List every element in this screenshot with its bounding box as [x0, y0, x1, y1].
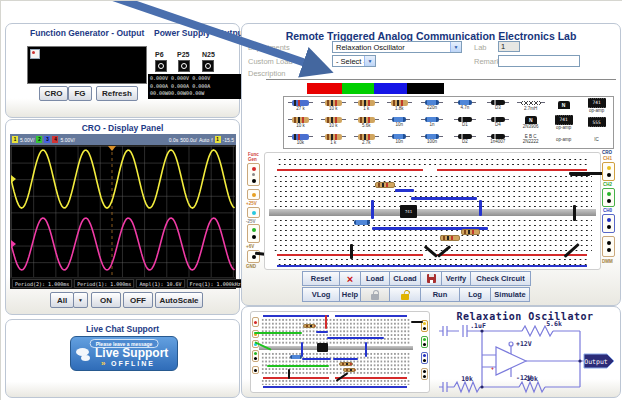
ps-readout: 0.000V 0.000V 0.000V 0.000A 0.000A 0.000… — [148, 74, 242, 99]
palette-ic-741[interactable]: 741op-amp — [547, 114, 580, 131]
wire-color-blue[interactable] — [374, 83, 407, 94]
unlock-button[interactable] — [389, 287, 421, 302]
custom-load-dropdown[interactable]: - Select - — [332, 55, 376, 67]
p6-pins[interactable] — [247, 224, 260, 243]
palette-ic-555[interactable]: 555 — [580, 114, 613, 131]
wire-color-red[interactable] — [307, 83, 342, 94]
autoscale-button[interactable]: AutoScale — [155, 292, 203, 308]
palette-capacitor[interactable]: 4.7n — [449, 97, 482, 114]
palette-resistor[interactable]: 2.7k — [350, 131, 383, 148]
r2-value: 10k — [526, 375, 538, 383]
breadboard-resistor[interactable] — [440, 235, 460, 241]
cload-button[interactable]: CLoad — [389, 271, 421, 286]
palette-resistor[interactable]: 10 k — [317, 97, 350, 114]
palette-transistor[interactable]: N — [547, 97, 580, 114]
ps-watts: 00.00W00.00W00.00W — [150, 90, 240, 98]
remark-field[interactable] — [498, 55, 580, 67]
n25-pin[interactable] — [247, 207, 260, 218]
palette-capacitor[interactable]: 220n — [416, 97, 449, 114]
palette-resistor[interactable]: 1 k — [317, 131, 350, 148]
experiment-dropdown[interactable]: Relaxation Oscillator — [332, 41, 462, 53]
palette-resistor[interactable]: 10k — [284, 131, 317, 148]
log-button[interactable]: Log — [459, 287, 491, 302]
palette-diode[interactable]: D1 — [449, 114, 482, 131]
palette-resistor[interactable]: 1 k — [350, 97, 383, 114]
wire-color-green[interactable] — [342, 83, 374, 94]
breadboard-wire-blue[interactable] — [411, 197, 477, 200]
dmm-label: DMM — [602, 259, 613, 264]
simulate-button[interactable]: Simulate — [490, 287, 530, 302]
p6-knob-icon[interactable] — [155, 60, 167, 72]
palette-capacitor[interactable]: 10n — [383, 114, 416, 131]
ps-ch-n25: N25 — [202, 51, 215, 58]
breadboard-wire-blue[interactable] — [395, 189, 414, 192]
unlock-icon — [401, 294, 409, 300]
channel-select-arrow[interactable]: ▼ — [73, 292, 88, 308]
channel-select-dropdown[interactable]: All — [50, 292, 74, 308]
breadboard-capacitor[interactable] — [354, 220, 370, 225]
load-button[interactable]: Load — [360, 271, 390, 286]
cro-button[interactable]: CRO — [39, 86, 68, 101]
palette-resistor[interactable]: 5.6k — [350, 114, 383, 131]
fg-button[interactable]: FG — [68, 86, 92, 101]
breadboard-ic-741[interactable]: 741 — [400, 205, 417, 218]
palette-capacitor[interactable]: 10n — [383, 131, 416, 148]
palette-ic-741[interactable]: 741op-amp — [580, 97, 613, 114]
p25-knob-icon[interactable] — [178, 60, 190, 72]
ps-ch-p25: P25 — [177, 51, 189, 58]
off-button[interactable]: OFF — [123, 292, 153, 308]
reset-button[interactable]: Reset — [302, 271, 340, 286]
trigger-marker-icon — [108, 146, 116, 151]
n25-knob-icon[interactable] — [202, 60, 214, 72]
breadboard-wire-blue[interactable] — [479, 200, 482, 216]
ch1-wire[interactable] — [569, 172, 603, 175]
action-buttons-row1: Reset × Load CLoad Verify Check Circuit — [303, 271, 531, 286]
wire-color-black[interactable] — [407, 83, 444, 94]
breadboard-wire-black[interactable] — [350, 244, 353, 259]
lab-number-field[interactable] — [498, 41, 520, 52]
p25-pin[interactable] — [247, 189, 260, 200]
ch0-label: CH0 — [603, 208, 612, 213]
verify-button[interactable]: Verify — [441, 271, 471, 286]
ch3-indicator: 3 — [44, 136, 50, 143]
breadboard[interactable]: 741 — [264, 152, 601, 270]
live-support-badge[interactable]: Please leave a message Live Support » OF… — [70, 336, 178, 371]
measurement-freq: Freq(1): 1.000kHz — [187, 279, 244, 288]
vlog-button[interactable]: VLog — [302, 287, 340, 302]
ch0-pins[interactable] — [602, 214, 615, 233]
help-button[interactable]: Help — [339, 287, 361, 302]
palette-resistor[interactable]: 10 k — [317, 114, 350, 131]
palette-diode[interactable]: D3 — [481, 97, 514, 114]
breadboard-resistor[interactable] — [461, 229, 480, 235]
ch1-pins[interactable] — [602, 162, 615, 181]
chat-title: Live Chat Support — [86, 324, 159, 334]
palette-diode[interactable]: D2 — [449, 131, 482, 148]
run-button[interactable]: Run — [420, 287, 460, 302]
palette-diode[interactable]: D4 — [481, 114, 514, 131]
lock-button[interactable] — [360, 287, 390, 302]
save-button[interactable] — [420, 271, 442, 286]
palette-resistor[interactable]: 10 k — [284, 114, 317, 131]
power-supply-title: Power Supply - Output — [154, 28, 246, 38]
ch2-label: CH2 — [603, 182, 612, 187]
palette-transistor[interactable]: N2N3906 — [514, 114, 547, 131]
palette-inductor[interactable]: 2.7mH — [514, 97, 547, 114]
palette-resistor[interactable]: 1.8k — [383, 97, 416, 114]
check-circuit-button[interactable]: Check Circuit — [470, 271, 531, 286]
breadboard-resistor[interactable] — [375, 182, 395, 188]
dmm-pins[interactable] — [602, 236, 615, 257]
measurement-ampl: Ampl(1): 10.6V — [136, 279, 184, 288]
separator — [266, 79, 616, 80]
palette-resistor[interactable]: 27 k — [284, 97, 317, 114]
delete-button[interactable]: × — [339, 271, 361, 286]
palette-capacitor[interactable]: 100n — [416, 131, 449, 148]
breadboard-wire-blue[interactable] — [371, 200, 374, 219]
ch2-pins[interactable] — [602, 188, 615, 207]
func-gen-pins[interactable] — [247, 163, 260, 186]
refresh-button[interactable]: Refresh — [96, 86, 138, 101]
palette-capacitor[interactable]: 1n — [416, 114, 449, 131]
ch1-label: CH1 — [603, 156, 612, 161]
on-button[interactable]: ON — [91, 292, 121, 308]
breadboard-wire-black[interactable] — [573, 205, 576, 221]
palette-diode[interactable]: 1n4007 — [481, 131, 514, 148]
